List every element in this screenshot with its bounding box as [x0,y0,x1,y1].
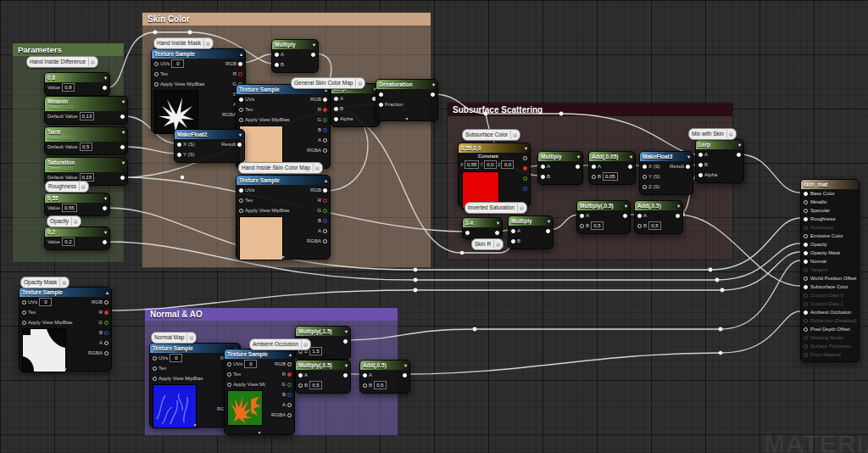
b-input-pin[interactable] [363,383,367,388]
pin-row-r[interactable] [518,163,530,173]
chevron-down-icon[interactable]: ▾ [677,203,680,209]
material-pin-emissive-color[interactable]: Emissive Color [801,232,859,240]
tex-input-pin[interactable] [239,199,243,203]
b-input-pin[interactable] [298,383,303,388]
r-output-pin[interactable] [323,108,327,112]
pin-row-tex[interactable]: Tex [236,104,301,115]
pin-row-mip[interactable]: Apply View MipBias [19,317,82,327]
pin-row-a[interactable]: A [360,370,409,380]
rgb-output-pin[interactable] [104,300,108,305]
node-multiply-0-5-ao[interactable]: Multiply(,0.5)▾ A B0,5 [295,360,351,394]
a-input-pin[interactable] [298,373,303,378]
pin-row-a[interactable]: A [696,149,743,159]
pin-row-a[interactable]: A [635,210,682,221]
b-input-pin[interactable] [580,224,584,228]
pin-row-a[interactable]: A [296,370,350,380]
chevron-down-icon[interactable]: ▾ [497,220,499,226]
pin-row-b[interactable]: B [331,103,379,114]
node-material-output-skin-mat[interactable]: skin_mat Base Color Metallic Specular Ro… [800,179,860,362]
a-input-pin[interactable] [511,229,515,233]
pin-row-y[interactable]: Y (S) [175,149,244,159]
output-pin[interactable] [120,115,125,119]
uvs-input-pin[interactable] [154,62,159,66]
output-pin[interactable] [676,214,680,218]
fraction-input-pin[interactable] [379,103,383,107]
b-value-field[interactable]: 0,5 [309,381,322,389]
pin-row-rgb[interactable]: RGB [301,94,330,104]
value-field[interactable]: 0,2 [62,238,75,246]
node-add-0-5-sss[interactable]: Add(,0.5)▾ A B0,5 [634,200,683,234]
uvs-input-pin[interactable] [227,362,231,366]
node-add-0-05[interactable]: Add(,0.05)▾ A B0,05 [588,151,636,185]
value-field[interactable]: 0,5 [80,143,92,151]
input-pin[interactable] [804,200,808,204]
chevron-down-icon[interactable]: ▾ [548,218,550,224]
alpha-input-pin[interactable] [334,117,338,121]
chevron-down-icon[interactable]: ▾ [404,362,407,368]
uvs-input-pin[interactable] [22,300,26,305]
node-texture-sample-hand-inside-skin[interactable]: Texture Sample▴ UVs Tex Apply View MipBi… [236,175,331,260]
pin-row-b[interactable]: B0,5 [360,380,409,390]
b-output-pin[interactable] [104,331,108,335]
output-pin[interactable] [403,373,407,378]
b-input-pin[interactable] [334,107,338,111]
node-param-melanin[interactable]: Melanin▾Param (0,13) Default Value0,13 [44,96,128,125]
rgba-output-pin[interactable] [104,351,108,355]
tex-input-pin[interactable] [239,108,243,112]
a-output-pin[interactable] [104,341,108,345]
chevron-down-icon[interactable]: ▾ [738,142,741,148]
a-output-pin[interactable] [323,229,327,233]
b-input-pin[interactable] [275,63,279,67]
pin-row-alpha[interactable]: Alpha [331,114,379,124]
output-pin[interactable] [431,92,435,97]
node-constant-0-2[interactable]: 0,2▾ Value0,2 [44,226,110,250]
pin-row-a[interactable]: A [538,161,582,171]
pin-row-tex[interactable]: Tex [150,363,211,373]
expand-icon[interactable]: ▾ [281,254,284,260]
pin-row-mip[interactable]: Apply View MipBias [236,205,301,215]
a-input-pin[interactable] [580,214,584,218]
expand-icon[interactable]: ▾ [258,430,260,435]
material-pin-roughness[interactable]: Roughness [801,215,859,223]
input-pin[interactable] [465,231,470,235]
node-makefloat3[interactable]: MakeFloat3▾ X (S)Result Y (S) Z (S) [639,151,693,195]
alpha-input-pin[interactable] [698,173,703,177]
a-input-pin[interactable] [698,153,703,157]
pin-row-r[interactable]: R [301,104,330,115]
b-input-pin[interactable] [637,224,642,228]
node-texture-sample-hand-inside-mask[interactable]: Texture Sample▴ UVs0 Tex Apply View MipB… [151,48,246,133]
node-constant-0-55[interactable]: 0,55▾ Value0,55 [44,193,110,216]
b-value-field[interactable]: 0,5 [591,221,604,230]
pin-row-a[interactable]: A [301,226,330,236]
output-pin[interactable] [623,214,627,218]
node-makefloat2[interactable]: MakeFloat2▾ X (S)Result Y (S) [174,129,245,163]
pin-row-uvs[interactable]: UVs0 [19,297,82,307]
chevron-down-icon[interactable]: ▾ [313,42,315,48]
node-texture-sample-ambient-occlusion[interactable]: Texture Sample▴ UVs0 Tex Apply View MipB… [224,349,295,435]
a-input-pin[interactable] [541,165,545,169]
uv-index-field[interactable]: 0 [244,360,257,368]
pin-row-a[interactable]: A [272,49,318,59]
result-output-pin[interactable] [686,165,690,169]
pin-row-a[interactable]: A [82,338,111,348]
pin-row-mip[interactable]: Apply View MipBias [236,115,301,125]
output-pin[interactable] [311,53,315,57]
b-input-pin[interactable] [541,175,545,179]
pin-row-input[interactable] [376,89,437,99]
input-pin[interactable] [804,217,808,221]
pin-row-a[interactable]: A [301,135,330,145]
r-output-pin[interactable] [323,199,327,203]
mip-input-pin[interactable] [22,321,26,325]
pin-row-r[interactable]: R [301,195,330,205]
input-pin[interactable] [804,285,808,289]
pin-row-rgba[interactable]: RGBA [265,410,294,420]
rgba-output-pin[interactable] [323,239,327,243]
input-pin[interactable] [804,234,808,238]
pin-row-a[interactable]: A [589,161,635,171]
pin-row-r[interactable]: R [82,307,111,317]
material-pin-opacity[interactable]: Opacity [801,240,859,249]
pin-row-uvs[interactable]: UVs0 [150,353,211,363]
pin-row-rgba[interactable]: RGBA [82,348,111,358]
chevron-down-icon[interactable]: ▾ [625,203,627,209]
node-desaturation[interactable]: Desaturation▾ Fraction ▾ [376,79,438,121]
